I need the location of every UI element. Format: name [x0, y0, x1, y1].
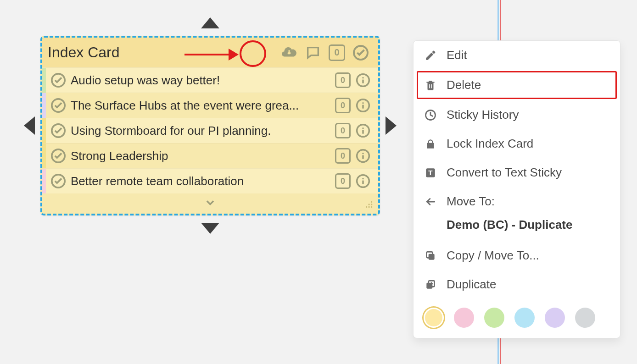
resize-handle-up[interactable]: [201, 17, 219, 28]
row-color-stripe: [42, 169, 46, 193]
card-row[interactable]: Using Stormboard for our PI planning. 0: [42, 118, 378, 143]
resize-handle-down[interactable]: [201, 223, 219, 234]
menu-edit[interactable]: Edit: [413, 41, 620, 70]
copy-icon: [424, 249, 437, 263]
complete-icon[interactable]: [352, 44, 369, 61]
trash-icon: [424, 78, 437, 92]
index-card[interactable]: Index Card 0 Audio setup was way: [40, 36, 380, 215]
svg-point-18: [371, 204, 373, 205]
menu-convert[interactable]: T Convert to Text Sticky: [413, 158, 620, 187]
context-menu: Edit Delete Sticky History Lock Index Ca…: [413, 40, 620, 338]
info-icon[interactable]: [355, 98, 371, 113]
annotation-circle: [240, 40, 266, 67]
row-count-badge[interactable]: 0: [335, 173, 351, 189]
info-icon[interactable]: [355, 148, 371, 164]
swatch-yellow[interactable]: [424, 308, 444, 328]
lock-icon: [424, 137, 437, 151]
card-row[interactable]: Strong Leadership 0: [42, 143, 378, 168]
card-row[interactable]: Better remote team collaboration 0: [42, 168, 378, 193]
row-text: Strong Leadership: [67, 149, 335, 163]
comment-icon[interactable]: [305, 44, 321, 61]
card-rows: Audio setup was way better! 0 The Surfac…: [42, 67, 378, 193]
menu-label: Copy / Move To...: [447, 248, 539, 263]
chevron-down-icon[interactable]: [204, 196, 217, 211]
swatch-gray[interactable]: [575, 308, 595, 328]
color-swatches: [413, 300, 620, 338]
svg-rect-23: [431, 84, 432, 88]
svg-point-3: [362, 77, 363, 78]
resize-grip-icon[interactable]: [363, 199, 374, 211]
row-count-badge[interactable]: 0: [335, 123, 351, 138]
row-text: Audio setup was way better!: [67, 73, 335, 88]
card-row[interactable]: Audio setup was way better! 0: [42, 67, 378, 93]
menu-move-to[interactable]: Move To:: [413, 187, 620, 216]
svg-point-15: [362, 178, 363, 179]
resize-handle-left[interactable]: [24, 116, 35, 135]
svg-point-6: [362, 102, 363, 104]
svg-point-16: [371, 206, 373, 208]
menu-history[interactable]: Sticky History: [413, 100, 620, 129]
svg-rect-27: [429, 254, 435, 259]
card-title: Index Card: [48, 44, 120, 61]
row-color-stripe: [42, 118, 46, 143]
row-color-stripe: [42, 68, 46, 93]
svg-point-19: [366, 206, 368, 208]
svg-point-17: [368, 206, 370, 208]
info-icon[interactable]: [355, 123, 371, 138]
duplicate-icon: [424, 278, 437, 292]
row-count-badge[interactable]: 0: [335, 72, 351, 88]
swatch-green[interactable]: [484, 308, 504, 328]
check-icon[interactable]: [50, 172, 67, 190]
svg-point-9: [362, 127, 363, 129]
svg-text:T: T: [428, 169, 433, 176]
menu-label: Lock Index Card: [447, 137, 533, 151]
annotation-arrow: [184, 50, 239, 59]
row-color-stripe: [42, 93, 46, 118]
check-icon[interactable]: [50, 72, 67, 89]
swatch-purple[interactable]: [545, 308, 565, 328]
row-text: The Surface Hubs at the event were grea.…: [67, 99, 335, 113]
arrow-left-icon: [424, 195, 437, 209]
check-icon[interactable]: [50, 122, 67, 139]
pencil-icon: [424, 49, 437, 62]
download-icon[interactable]: [281, 44, 297, 61]
row-color-stripe: [42, 143, 46, 168]
menu-move-target[interactable]: Demo (BC) - Duplicate: [413, 216, 620, 241]
svg-point-12: [362, 153, 363, 154]
row-count-badge[interactable]: 0: [335, 148, 351, 164]
menu-copy-move[interactable]: Copy / Move To...: [413, 241, 620, 270]
check-icon[interactable]: [50, 147, 67, 165]
card-footer: [42, 193, 378, 214]
resize-handle-right[interactable]: [386, 116, 397, 135]
menu-label: Move To:: [447, 194, 495, 209]
row-text: Better remote team collaboration: [67, 174, 335, 188]
svg-point-20: [368, 204, 370, 205]
menu-label: Sticky History: [447, 108, 519, 122]
card-header: Index Card 0: [42, 38, 378, 67]
menu-duplicate[interactable]: Duplicate: [413, 270, 620, 299]
info-icon[interactable]: [355, 72, 371, 88]
history-icon: [424, 108, 437, 122]
menu-label: Convert to Text Sticky: [447, 165, 562, 180]
svg-rect-22: [429, 84, 430, 88]
menu-delete[interactable]: Delete: [416, 71, 617, 99]
menu-lock[interactable]: Lock Index Card: [413, 129, 620, 158]
svg-point-21: [371, 201, 373, 203]
menu-label: Delete: [447, 78, 481, 92]
info-icon[interactable]: [355, 173, 371, 189]
row-count-badge[interactable]: 0: [335, 98, 351, 113]
menu-label: Edit: [447, 48, 467, 62]
row-text: Using Stormboard for our PI planning.: [67, 124, 335, 138]
text-icon: T: [424, 166, 437, 180]
header-count-badge[interactable]: 0: [329, 44, 345, 61]
card-row[interactable]: The Surface Hubs at the event were grea.…: [42, 93, 378, 118]
swatch-blue[interactable]: [514, 308, 535, 328]
menu-label: Duplicate: [447, 277, 496, 292]
check-icon[interactable]: [50, 97, 67, 114]
swatch-pink[interactable]: [454, 308, 474, 328]
